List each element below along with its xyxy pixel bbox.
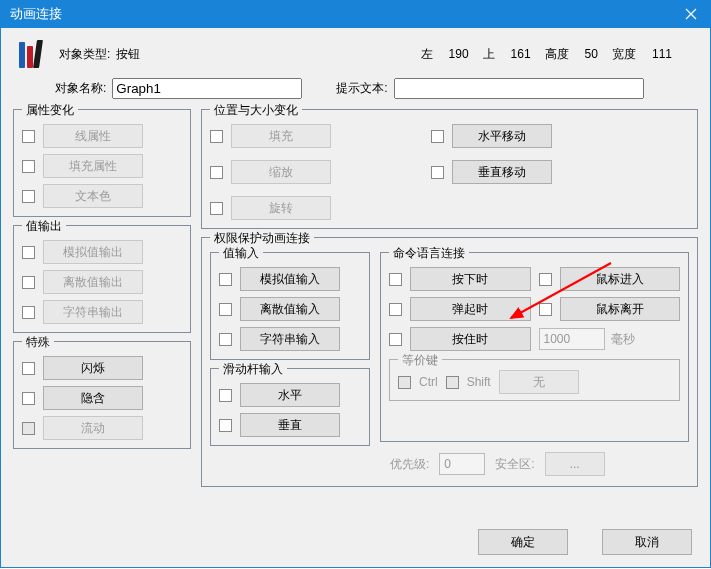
group-cmd: 命令语言连接 按下时 鼠标进入 弹起时 鼠标离开: [380, 252, 689, 442]
priority-input: [439, 453, 485, 475]
header-row2: 对象名称: 提示文本:: [55, 78, 698, 99]
objname-input[interactable]: [112, 78, 302, 99]
interval-input: [539, 328, 605, 350]
left-value: 190: [449, 47, 469, 61]
hide-button[interactable]: 隐含: [43, 386, 143, 410]
press-checkbox[interactable]: [389, 273, 402, 286]
header-row1: 对象类型: 按钮 左 190 上 161 高度 50 宽度 111: [13, 36, 698, 72]
string-in-button[interactable]: 字符串输入: [240, 327, 340, 351]
height-value: 50: [585, 47, 598, 61]
group-permission: 权限保护动画连接 值输入 模拟值输入 离散值输入: [201, 237, 698, 487]
ctrl-checkbox: [398, 376, 411, 389]
equiv-key-button: 无: [499, 370, 579, 394]
dimensions: 左 190 上 161 高度 50 宽度 111: [421, 46, 672, 63]
scale-button[interactable]: 缩放: [231, 160, 331, 184]
line-attr-checkbox[interactable]: [22, 130, 35, 143]
hold-button[interactable]: 按住时: [410, 327, 531, 351]
special-legend: 特殊: [22, 334, 54, 351]
objname-label: 对象名称:: [55, 80, 106, 97]
flow-button: 流动: [43, 416, 143, 440]
slider-vert-checkbox[interactable]: [219, 419, 232, 432]
equiv-legend: 等价键: [398, 352, 442, 369]
fill-checkbox[interactable]: [210, 130, 223, 143]
left-label: 左: [421, 46, 433, 63]
shift-checkbox: [446, 376, 459, 389]
analog-in-button[interactable]: 模拟值输入: [240, 267, 340, 291]
mouseout-button[interactable]: 鼠标离开: [560, 297, 681, 321]
secarea-label: 安全区:: [495, 456, 534, 473]
tiptext-input[interactable]: [394, 78, 644, 99]
group-pos-size: 位置与大小变化 填充 缩放 旋转: [201, 109, 698, 229]
width-value: 111: [652, 47, 672, 61]
window-title: 动画连接: [10, 5, 62, 23]
hmove-button[interactable]: 水平移动: [452, 124, 552, 148]
group-equiv: 等价键 Ctrl Shift 无: [389, 359, 680, 401]
cmd-legend: 命令语言连接: [389, 245, 469, 262]
slider-vert-button[interactable]: 垂直: [240, 413, 340, 437]
analog-out-button[interactable]: 模拟值输出: [43, 240, 143, 264]
fill-attr-checkbox[interactable]: [22, 160, 35, 173]
objtype-label: 对象类型:: [59, 46, 110, 63]
discrete-in-button[interactable]: 离散值输入: [240, 297, 340, 321]
ctrl-label: Ctrl: [419, 375, 438, 389]
hide-checkbox[interactable]: [22, 392, 35, 405]
group-special: 特殊 闪烁 隐含 流动: [13, 341, 191, 449]
blink-checkbox[interactable]: [22, 362, 35, 375]
analog-out-checkbox[interactable]: [22, 246, 35, 259]
cancel-button[interactable]: 取消: [602, 529, 692, 555]
hold-checkbox[interactable]: [389, 333, 402, 346]
shift-label: Shift: [467, 375, 491, 389]
objtype-value: 按钮: [116, 46, 196, 63]
value-in-legend: 值输入: [219, 245, 263, 262]
scale-checkbox[interactable]: [210, 166, 223, 179]
discrete-out-checkbox[interactable]: [22, 276, 35, 289]
width-label: 宽度: [612, 46, 636, 63]
fill-attr-button[interactable]: 填充属性: [43, 154, 143, 178]
pos-size-legend: 位置与大小变化: [210, 102, 302, 119]
hmove-checkbox[interactable]: [431, 130, 444, 143]
rotate-checkbox[interactable]: [210, 202, 223, 215]
analog-in-checkbox[interactable]: [219, 273, 232, 286]
window-body: 对象类型: 按钮 左 190 上 161 高度 50 宽度 111 对象名称: …: [0, 28, 711, 568]
rotate-button[interactable]: 旋转: [231, 196, 331, 220]
vmove-button[interactable]: 垂直移动: [452, 160, 552, 184]
mousein-button[interactable]: 鼠标进入: [560, 267, 681, 291]
blink-button[interactable]: 闪烁: [43, 356, 143, 380]
release-button[interactable]: 弹起时: [410, 297, 531, 321]
fill-button[interactable]: 填充: [231, 124, 331, 148]
string-out-button[interactable]: 字符串输出: [43, 300, 143, 324]
line-attr-button[interactable]: 线属性: [43, 124, 143, 148]
mouseout-checkbox[interactable]: [539, 303, 552, 316]
string-out-checkbox[interactable]: [22, 306, 35, 319]
ok-button[interactable]: 确定: [478, 529, 568, 555]
group-value-out: 值输出 模拟值输出 离散值输出 字符串输出: [13, 225, 191, 333]
value-out-legend: 值输出: [22, 218, 66, 235]
top-value: 161: [511, 47, 531, 61]
slider-legend: 滑动杆输入: [219, 361, 287, 378]
attr-change-legend: 属性变化: [22, 102, 78, 119]
close-button[interactable]: [671, 0, 711, 28]
mousein-checkbox[interactable]: [539, 273, 552, 286]
discrete-out-button[interactable]: 离散值输出: [43, 270, 143, 294]
discrete-in-checkbox[interactable]: [219, 303, 232, 316]
vmove-checkbox[interactable]: [431, 166, 444, 179]
text-color-button[interactable]: 文本色: [43, 184, 143, 208]
group-value-in: 值输入 模拟值输入 离散值输入 字符串输入: [210, 252, 370, 360]
group-attr-change: 属性变化 线属性 填充属性 文本色: [13, 109, 191, 217]
books-icon: [13, 36, 49, 72]
release-checkbox[interactable]: [389, 303, 402, 316]
group-slider: 滑动杆输入 水平 垂直: [210, 368, 370, 446]
string-in-checkbox[interactable]: [219, 333, 232, 346]
height-label: 高度: [545, 46, 569, 63]
secarea-button: ...: [545, 452, 605, 476]
tiptext-label: 提示文本:: [336, 80, 387, 97]
titlebar: 动画连接: [0, 0, 711, 28]
interval-unit: 毫秒: [611, 331, 635, 348]
priority-label: 优先级:: [390, 456, 429, 473]
flow-checkbox: [22, 422, 35, 435]
slider-horiz-checkbox[interactable]: [219, 389, 232, 402]
text-color-checkbox[interactable]: [22, 190, 35, 203]
slider-horiz-button[interactable]: 水平: [240, 383, 340, 407]
press-button[interactable]: 按下时: [410, 267, 531, 291]
top-label: 上: [483, 46, 495, 63]
